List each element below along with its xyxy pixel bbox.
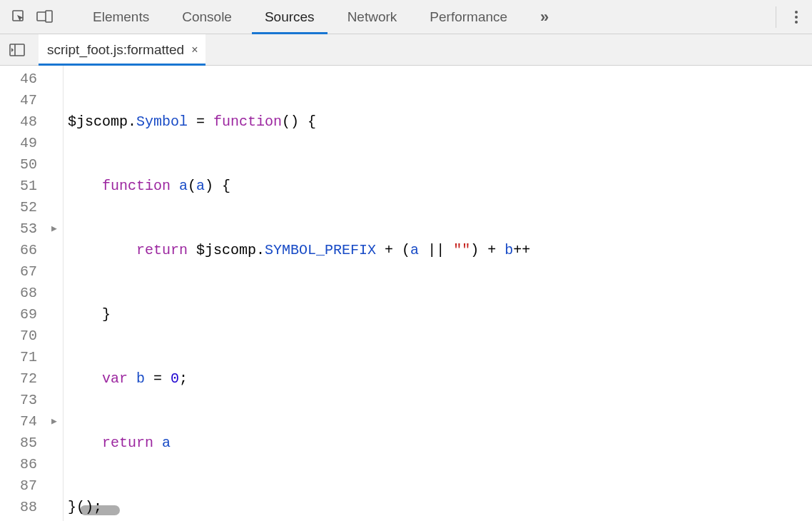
svg-rect-2	[46, 11, 52, 22]
close-tab-icon[interactable]: ×	[191, 44, 198, 56]
line-number[interactable]: 89	[4, 518, 37, 521]
line-number[interactable]: 46	[4, 69, 37, 90]
horizontal-scrollbar-thumb[interactable]	[80, 505, 120, 515]
navigator-toggle-icon[interactable]	[7, 40, 27, 60]
line-number[interactable]: 51	[4, 176, 37, 197]
panel-tabs: Elements Console Sources Network Perform…	[80, 0, 562, 34]
tab-network[interactable]: Network	[335, 0, 410, 34]
device-toolbar-icon[interactable]	[34, 6, 56, 28]
devtools-main-toolbar: Elements Console Sources Network Perform…	[0, 0, 812, 34]
line-number[interactable]: 66	[4, 240, 37, 261]
line-number[interactable]: 53	[4, 218, 37, 240]
tab-label: Console	[182, 9, 232, 25]
line-number[interactable]: 86	[4, 454, 37, 475]
line-number-gutter[interactable]: 46 47 48 49 50 51 52 53 66 67 68 69 70 7…	[0, 66, 46, 521]
code-line[interactable]: $jscomp.Symbol = function() {	[68, 111, 812, 133]
fold-toggle-icon[interactable]: ▶	[46, 218, 63, 240]
line-number[interactable]: 50	[4, 154, 37, 176]
line-number[interactable]: 69	[4, 304, 37, 325]
line-number[interactable]: 48	[4, 111, 37, 133]
line-number[interactable]: 49	[4, 133, 37, 154]
line-number[interactable]: 87	[4, 475, 37, 497]
fold-toggle-icon[interactable]: ▶	[46, 411, 63, 433]
line-number[interactable]: 52	[4, 197, 37, 218]
tab-sources[interactable]: Sources	[252, 0, 328, 34]
tab-label: Network	[347, 9, 397, 25]
inspect-element-icon[interactable]	[9, 6, 30, 28]
line-number[interactable]: 67	[4, 261, 37, 283]
code-line[interactable]: }	[68, 304, 812, 325]
line-number[interactable]: 74	[4, 411, 37, 433]
tab-label: Performance	[430, 9, 507, 25]
more-options-icon[interactable]	[789, 11, 803, 24]
file-tab-label: script_foot.js:formatted	[47, 42, 184, 58]
code-line[interactable]: function a(a) {	[68, 176, 812, 197]
tab-label: Sources	[265, 9, 315, 25]
tab-console[interactable]: Console	[169, 0, 245, 34]
toolbar-divider	[776, 6, 776, 28]
line-number[interactable]: 71	[4, 347, 37, 368]
file-tab[interactable]: script_foot.js:formatted ×	[39, 34, 205, 65]
code-line[interactable]: }();	[68, 497, 812, 518]
line-number[interactable]: 85	[4, 433, 37, 454]
code-editor[interactable]: 46 47 48 49 50 51 52 53 66 67 68 69 70 7…	[0, 66, 812, 521]
code-line[interactable]: var b = 0;	[68, 368, 812, 390]
tabs-overflow-icon[interactable]: »	[527, 0, 562, 34]
line-number[interactable]: 72	[4, 368, 37, 390]
sources-subtoolbar: script_foot.js:formatted ×	[0, 34, 812, 66]
code-area[interactable]: $jscomp.Symbol = function() { function a…	[63, 66, 812, 521]
line-number[interactable]: 73	[4, 390, 37, 411]
code-line[interactable]: return a	[68, 433, 812, 454]
tab-label: Elements	[93, 9, 149, 25]
fold-gutter: ▶ ▶	[46, 66, 63, 521]
tab-performance[interactable]: Performance	[417, 0, 520, 34]
line-number[interactable]: 47	[4, 90, 37, 111]
line-number[interactable]: 68	[4, 283, 37, 304]
line-number[interactable]: 70	[4, 325, 37, 347]
code-line[interactable]: return $jscomp.SYMBOL_PREFIX + (a || "")…	[68, 240, 812, 261]
overflow-glyph: »	[540, 8, 549, 26]
tab-elements[interactable]: Elements	[80, 0, 162, 34]
line-number[interactable]: 88	[4, 497, 37, 518]
